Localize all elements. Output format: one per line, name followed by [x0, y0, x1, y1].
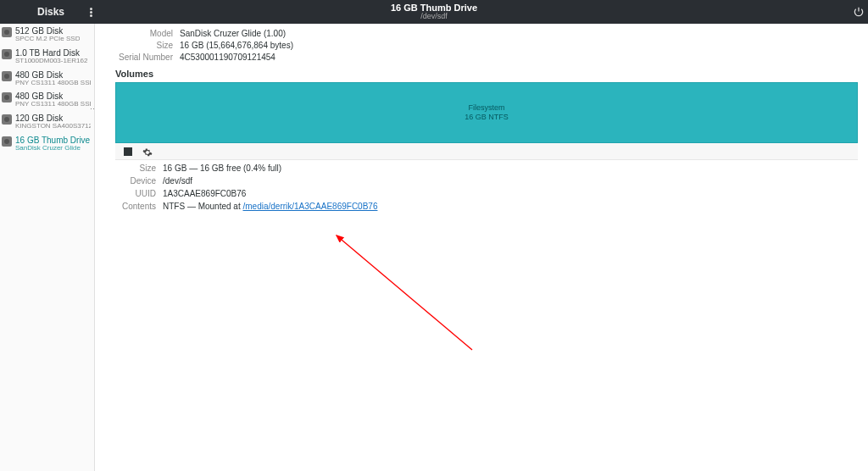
contents-prefix: NTFS — Mounted at — [163, 202, 242, 211]
volume-fs-label: Filesystem — [468, 103, 504, 113]
thumbdrive-icon — [2, 136, 12, 147]
device-sidebar: 512 GB Disk SPCC M.2 PCIe SSD 1.0 TB Har… — [0, 24, 95, 471]
harddisk-icon — [2, 92, 12, 103]
harddisk-icon — [2, 71, 12, 81]
serial-value: 4C530001190709121454 — [180, 53, 275, 62]
titlebar: Disks 16 GB Thumb Drive /dev/sdf — [0, 0, 868, 24]
disk-item-sub: KINGSTON SA400S37120G — [15, 123, 91, 130]
part-contents-label: Contents — [115, 202, 156, 211]
harddisk-icon — [2, 114, 12, 125]
part-uuid-label: UUID — [115, 189, 156, 198]
volume-settings-icon[interactable] — [142, 147, 151, 156]
model-label: Model — [115, 29, 173, 38]
disk-item-sub: PNY CS1311 480GB SSD — [15, 80, 91, 87]
sidebar-item-disk[interactable]: 120 GB Disk KINGSTON SA400S37120G — [0, 111, 94, 133]
disk-item-sub: SPCC M.2 PCIe SSD — [15, 36, 80, 43]
size-label: Size — [115, 41, 173, 50]
disk-item-name: 480 GB Disk — [15, 70, 91, 80]
part-device-label: Device — [115, 176, 156, 186]
size-value: 16 GB (15,664,676,864 bytes) — [180, 41, 293, 50]
sidebar-item-disk[interactable]: 480 GB Disk PNY CS1311 480GB SSD — [0, 89, 94, 111]
disk-item-sub: ST1000DM003-1ER162 — [15, 58, 87, 65]
disk-item-sub: PNY CS1311 480GB SSD — [15, 101, 91, 108]
sidebar-item-disk[interactable]: 1.0 TB Hard Disk ST1000DM003-1ER162 — [0, 46, 94, 68]
unmount-button-icon[interactable] — [124, 147, 132, 156]
sidebar-item-disk[interactable]: 512 GB Disk SPCC M.2 PCIe SSD — [0, 24, 94, 46]
app-menu-icon[interactable] — [90, 8, 92, 17]
annotation-arrow — [332, 231, 485, 358]
model-value: SanDisk Cruzer Glide (1.00) — [180, 29, 286, 38]
svg-line-0 — [337, 236, 472, 350]
part-uuid-value: 1A3CAAE869FC0B76 — [163, 189, 246, 198]
main-content: Model SanDisk Cruzer Glide (1.00) Size 1… — [95, 24, 868, 471]
mount-point-link[interactable]: /media/derrik/1A3CAAE869FC0B76 — [242, 202, 377, 211]
sidebar-item-disk[interactable]: 16 GB Thumb Drive SanDisk Cruzer Glide — [0, 133, 94, 155]
part-device-value: /dev/sdf — [163, 176, 192, 186]
harddisk-icon — [2, 27, 12, 37]
power-off-icon[interactable] — [853, 6, 865, 18]
volume-partition[interactable]: Filesystem 16 GB NTFS — [115, 82, 858, 143]
serial-label: Serial Number — [115, 53, 173, 62]
disk-item-sub: SanDisk Cruzer Glide — [15, 145, 90, 152]
sidebar-item-disk[interactable]: 480 GB Disk PNY CS1311 480GB SSD — [0, 68, 94, 90]
harddisk-icon — [2, 49, 12, 59]
header-drive-info: 16 GB Thumb Drive /dev/sdf — [391, 3, 477, 21]
volume-fs-size: 16 GB NTFS — [465, 113, 509, 122]
volumes-heading: Volumes — [115, 69, 858, 79]
part-size-value: 16 GB — 16 GB free (0.4% full) — [163, 163, 281, 173]
app-title: Disks — [37, 6, 64, 18]
part-contents-value: NTFS — Mounted at /media/derrik/1A3CAAE8… — [163, 202, 377, 211]
header-drive-sub: /dev/sdf — [391, 13, 477, 21]
volume-toolbar — [115, 143, 858, 160]
part-size-label: Size — [115, 163, 156, 173]
